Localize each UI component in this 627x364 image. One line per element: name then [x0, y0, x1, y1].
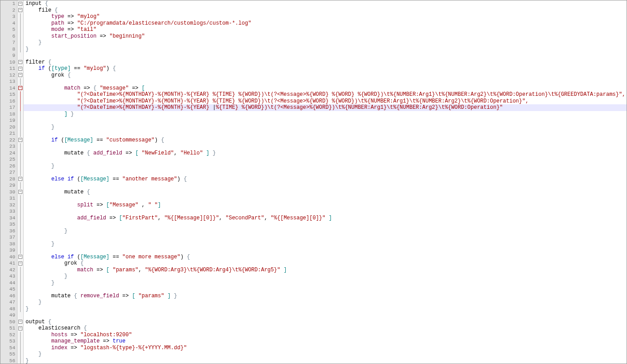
code-line[interactable]: 40− else if ([Message] == "one more mess…: [0, 254, 627, 261]
code-content[interactable]: grok {: [24, 72, 627, 79]
code-line[interactable]: 29: [0, 182, 627, 189]
code-content[interactable]: grok {: [24, 260, 627, 267]
code-content[interactable]: hosts => "localhost:9200": [24, 332, 627, 338]
code-line[interactable]: 22− if ([Message] == "custommessage") {: [0, 137, 627, 144]
code-line[interactable]: 41− grok {: [0, 260, 627, 267]
code-content[interactable]: }: [24, 228, 627, 235]
code-line[interactable]: 49: [0, 312, 627, 319]
code-content[interactable]: [24, 78, 627, 85]
code-line[interactable]: 18 ] }: [0, 111, 627, 118]
fold-marker[interactable]: −: [17, 254, 24, 261]
code-line[interactable]: 21: [0, 130, 627, 137]
code-content[interactable]: [24, 52, 627, 59]
code-content[interactable]: elasticsearch {: [24, 325, 627, 332]
fold-marker[interactable]: −: [17, 72, 24, 79]
code-content[interactable]: filter {: [24, 59, 627, 66]
code-content[interactable]: [24, 234, 627, 241]
code-content[interactable]: input {: [24, 0, 627, 7]
code-line[interactable]: 2− file {: [0, 7, 627, 14]
code-line[interactable]: 39: [0, 247, 627, 254]
code-line[interactable]: 38 }: [0, 241, 627, 248]
code-content[interactable]: }: [24, 46, 627, 53]
code-line[interactable]: 24 mutate { add_field => [ "NewField", "…: [0, 150, 627, 157]
code-content[interactable]: }: [24, 273, 627, 280]
code-line[interactable]: 16 "(?<DateTime>%{MONTHDAY}-%{MONTH}-%{Y…: [0, 98, 627, 105]
code-line[interactable]: 3 type => "mylog": [0, 13, 627, 20]
code-line[interactable]: 28− else if ([Message] == "another messa…: [0, 176, 627, 183]
code-content[interactable]: }: [24, 39, 627, 46]
code-line[interactable]: 9: [0, 52, 627, 59]
code-content[interactable]: [24, 221, 627, 228]
code-line[interactable]: 8}: [0, 46, 627, 53]
fold-marker[interactable]: −: [17, 325, 24, 332]
code-content[interactable]: match => { "message" => [: [24, 85, 627, 92]
code-editor[interactable]: 1−input {2− file {3 type => "mylog"4 pat…: [0, 0, 627, 364]
code-line[interactable]: 7 }: [0, 39, 627, 46]
code-line[interactable]: 55 }: [0, 351, 627, 358]
fold-marker[interactable]: −: [17, 59, 24, 66]
code-content[interactable]: split => ["Message" , " "]: [24, 202, 627, 209]
code-content[interactable]: [24, 156, 627, 163]
code-content[interactable]: path => "C:/programdata/elasticsearch/cu…: [24, 20, 627, 27]
code-content[interactable]: }: [24, 306, 627, 313]
code-content[interactable]: mode => "tail": [24, 26, 627, 33]
code-line[interactable]: 36 }: [0, 228, 627, 235]
code-content[interactable]: mutate { add_field => [ "NewField", "Hel…: [24, 150, 627, 157]
fold-marker[interactable]: −: [17, 176, 24, 183]
code-line[interactable]: 31: [0, 195, 627, 202]
code-line[interactable]: 27: [0, 169, 627, 176]
code-line[interactable]: 48}: [0, 306, 627, 313]
code-content[interactable]: match => [ "params", "%{WORD:Arg3}\t%{WO…: [24, 267, 627, 274]
code-content[interactable]: [24, 143, 627, 150]
code-line[interactable]: 23: [0, 143, 627, 150]
code-line[interactable]: 10−filter {: [0, 59, 627, 66]
code-content[interactable]: "(?<DateTime>%{MONTHDAY}-%{MONTH}-%{YEAR…: [24, 98, 627, 105]
code-line[interactable]: 1−input {: [0, 0, 627, 7]
code-line[interactable]: 45: [0, 286, 627, 293]
code-line[interactable]: 44 }: [0, 280, 627, 287]
code-line[interactable]: 35: [0, 221, 627, 228]
code-content[interactable]: [24, 208, 627, 215]
code-line[interactable]: 56}: [0, 358, 627, 364]
fold-marker[interactable]: −: [17, 65, 24, 72]
fold-marker[interactable]: −: [17, 319, 24, 325]
code-line[interactable]: 19: [0, 117, 627, 124]
code-content[interactable]: }: [24, 163, 627, 170]
code-content[interactable]: [24, 312, 627, 319]
code-line[interactable]: 34 add_field => ["FirstPart", "%{[Messag…: [0, 215, 627, 222]
code-line[interactable]: 33: [0, 208, 627, 215]
code-content[interactable]: }: [24, 124, 627, 131]
code-content[interactable]: mutate { remove_field => [ "params" ] }: [24, 293, 627, 300]
code-line[interactable]: 12− grok {: [0, 72, 627, 79]
code-content[interactable]: }: [24, 241, 627, 248]
code-line[interactable]: 42 match => [ "params", "%{WORD:Arg3}\t%…: [0, 267, 627, 274]
code-content[interactable]: }: [24, 351, 627, 358]
code-content[interactable]: "(?<DateTime>%{MONTHDAY}-%{MONTH}-%{YEAR…: [24, 91, 627, 98]
code-content[interactable]: }: [24, 358, 627, 364]
code-line[interactable]: 25: [0, 156, 627, 163]
code-content[interactable]: manage_template => true: [24, 338, 627, 345]
code-line[interactable]: 11− if ([type] == "mylog") {: [0, 65, 627, 72]
fold-marker[interactable]: −: [17, 7, 24, 14]
code-line[interactable]: 17 "(?<DateTime>%{MONTHDAY}-%{MONTH}-%{Y…: [0, 104, 627, 111]
code-content[interactable]: else if ([Message] == "one more message"…: [24, 254, 627, 261]
code-line[interactable]: 20 }: [0, 124, 627, 131]
fold-marker[interactable]: −: [17, 0, 24, 7]
code-content[interactable]: [24, 247, 627, 254]
code-line[interactable]: 37: [0, 234, 627, 241]
code-line[interactable]: 53 manage_template => true: [0, 338, 627, 345]
code-line[interactable]: 6 start_position => "beginning": [0, 33, 627, 40]
code-content[interactable]: mutate {: [24, 189, 627, 196]
code-content[interactable]: [24, 169, 627, 176]
fold-marker[interactable]: −: [17, 85, 24, 92]
code-line[interactable]: 50−output {: [0, 319, 627, 325]
code-line[interactable]: 32 split => ["Message" , " "]: [0, 202, 627, 209]
code-content[interactable]: [24, 286, 627, 293]
code-content[interactable]: if ([Message] == "custommessage") {: [24, 137, 627, 144]
fold-marker[interactable]: −: [17, 189, 24, 196]
code-line[interactable]: 15 "(?<DateTime>%{MONTHDAY}-%{MONTH}-%{Y…: [0, 91, 627, 98]
code-content[interactable]: "(?<DateTime>%{MONTHDAY}-%{MONTH}-%{YEAR…: [24, 104, 627, 111]
code-line[interactable]: 54 index => "logstash-%{type}-%{+YYYY.MM…: [0, 345, 627, 351]
code-line[interactable]: 26 }: [0, 163, 627, 170]
code-content[interactable]: [24, 117, 627, 124]
